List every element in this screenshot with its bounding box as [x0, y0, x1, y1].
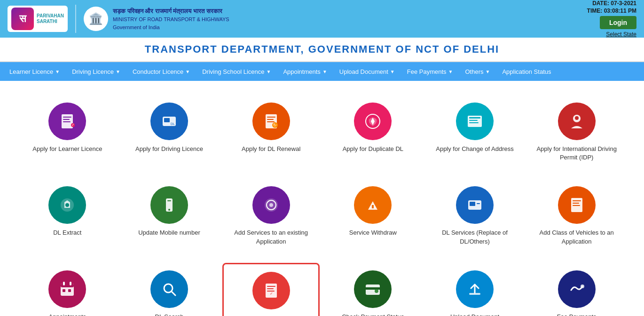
svg-text:DL: DL [171, 122, 175, 126]
service-card-dl-extract[interactable]: DL Extract [19, 179, 116, 253]
service-card-apply-driving[interactable]: DLApply for Driving Licence [121, 95, 218, 169]
gov-subtitle1: MINISTRY OF ROAD TRANSPORT & HIGHWAYS [113, 16, 229, 24]
svg-line-45 [172, 292, 175, 295]
svg-rect-52 [366, 287, 380, 290]
service-card-add-services[interactable]: Add Services to an existing Application [222, 179, 320, 253]
nav-item-fee-payments[interactable]: Fee Payments▼ [401, 64, 459, 79]
service-label-upload-doc: Upload Document [450, 313, 499, 316]
service-card-check-payment[interactable]: Check Payment Status [324, 263, 422, 316]
nav-item-upload-document[interactable]: Upload Document▼ [334, 64, 401, 79]
gov-title: सड़क परिवहन और राजमार्ग मंत्रालय भारत सर… [113, 7, 229, 16]
nav-item-driving-school-licence[interactable]: Driving School Licence▼ [196, 64, 276, 79]
select-state-link[interactable]: Select State [606, 31, 636, 38]
service-label-service-withdraw: Service Withdraw [349, 229, 397, 237]
service-card-app-status[interactable]: ✓Application Status [222, 263, 320, 316]
header: स PARIVAHAN SARATHI 🏛️ सड़क परिवहन और रा… [0, 0, 644, 38]
svg-rect-17 [469, 117, 480, 118]
svg-rect-30 [372, 205, 374, 208]
service-label-dl-search: DL Search [155, 313, 184, 316]
nav-item-conductor-licence[interactable]: Conductor Licence▼ [127, 64, 196, 79]
sarathi-logo: स PARIVAHAN SARATHI [8, 6, 68, 32]
logo-sub2: SARATHI [37, 19, 64, 24]
service-icon-apply-learner: ✓ [48, 103, 86, 140]
svg-point-55 [581, 284, 584, 288]
date-display: DATE: 07-3-2021 [592, 0, 636, 7]
svg-rect-18 [469, 120, 478, 121]
nav-item-learner-licence[interactable]: Learner Licence▼ [4, 64, 65, 79]
service-card-change-address[interactable]: Apply for Change of Address [426, 95, 524, 169]
service-card-dl-services[interactable]: DL Services (Replace of DL/Others) [426, 179, 524, 253]
service-card-dl-search[interactable]: DL Search [121, 263, 218, 316]
dropdown-arrow: ▼ [266, 69, 271, 74]
service-label-fee-payments: Fee Payments [557, 313, 597, 316]
date-label: DATE: [592, 0, 609, 7]
service-label-dl-extract: DL Extract [53, 229, 81, 237]
svg-rect-3 [63, 121, 71, 122]
service-icon-add-services [252, 186, 290, 224]
svg-rect-26 [167, 200, 171, 201]
service-icon-apply-driving: DL [150, 103, 188, 140]
svg-rect-40 [63, 282, 65, 285]
svg-point-25 [168, 209, 170, 211]
service-label-dl-services: DL Services (Replace of DL/Others) [430, 229, 520, 245]
service-icon-duplicate-dl [354, 103, 392, 140]
service-card-add-class[interactable]: Add Class of Vehicles to an Application [528, 179, 625, 253]
svg-rect-2 [63, 119, 70, 120]
svg-rect-39 [61, 284, 74, 287]
service-card-service-withdraw[interactable]: Service Withdraw [324, 179, 422, 253]
dropdown-arrow: ▼ [116, 69, 120, 74]
time-label: TIME: [587, 8, 603, 14]
gov-subtitle2: Government of India [113, 24, 229, 32]
nav-item-appointments[interactable]: Appointments▼ [277, 64, 332, 79]
gov-text: सड़क परिवहन और राजमार्ग मंत्रालय भारत सर… [113, 7, 229, 32]
service-label-apply-driving: Apply for Driving Licence [135, 145, 203, 153]
service-label-app-status: Application Status [244, 314, 298, 316]
service-label-apply-learner: Apply for Learner Licence [32, 145, 102, 153]
service-card-update-mobile[interactable]: Update Mobile number [121, 179, 218, 253]
service-label-add-services: Add Services to an existing Application [226, 229, 316, 245]
svg-rect-33 [477, 203, 480, 204]
service-label-add-class: Add Class of Vehicles to an Application [532, 229, 621, 245]
dropdown-arrow: ▼ [390, 69, 395, 74]
header-divider [75, 5, 76, 33]
page-title: TRANSPORT DEPARTMENT, GOVERNMENT OF NCT … [0, 38, 644, 62]
service-label-change-address: Apply for Change of Address [436, 145, 514, 153]
nav-item-driving-licence[interactable]: Driving Licence▼ [66, 64, 126, 79]
service-icon-check-payment [354, 270, 392, 308]
time-value: 03:08:11 PM [604, 8, 636, 14]
login-button[interactable]: Login [600, 16, 636, 29]
service-icon-dl-search [150, 270, 188, 308]
service-card-apply-learner[interactable]: ✓Apply for Learner Licence [19, 95, 116, 169]
time-display: TIME: 03:08:11 PM [587, 8, 636, 14]
logo-text: PARIVAHAN SARATHI [37, 13, 64, 24]
svg-rect-43 [68, 289, 71, 292]
svg-rect-37 [573, 205, 580, 206]
service-card-appointments[interactable]: Appointments [19, 263, 116, 316]
logo-sub1: PARIVAHAN [37, 13, 64, 19]
svg-rect-32 [470, 202, 475, 206]
svg-rect-41 [70, 282, 71, 285]
service-card-idp[interactable]: Apply for International Driving Permit (… [528, 95, 625, 169]
nav-item-application-status[interactable]: Application Status [496, 64, 557, 79]
nav-item-others[interactable]: Others▼ [459, 64, 495, 79]
service-label-check-payment: Check Payment Status [342, 313, 404, 316]
svg-rect-47 [267, 286, 275, 287]
service-label-dl-renewal: Apply for DL Renewal [242, 145, 300, 153]
gov-emblem: 🏛️ [84, 7, 108, 31]
svg-rect-12 [267, 121, 275, 122]
dropdown-arrow: ▼ [322, 69, 327, 74]
service-icon-update-mobile [150, 186, 188, 224]
service-card-duplicate-dl[interactable]: Apply for Duplicate DL [324, 95, 422, 169]
dropdown-arrow: ▼ [486, 69, 490, 74]
service-card-fee-payments[interactable]: Fee Payments [528, 263, 625, 316]
svg-point-29 [269, 203, 273, 207]
service-card-upload-doc[interactable]: Upload Document [426, 263, 524, 316]
date-value: 07-3-2021 [611, 0, 636, 7]
svg-rect-7 [164, 118, 170, 122]
service-card-dl-renewal[interactable]: ↻Apply for DL Renewal [222, 95, 320, 169]
svg-point-21 [575, 116, 579, 120]
dropdown-arrow: ▼ [448, 69, 453, 74]
dropdown-arrow: ▼ [185, 69, 190, 74]
svg-rect-36 [573, 203, 579, 204]
service-icon-idp [558, 103, 596, 140]
